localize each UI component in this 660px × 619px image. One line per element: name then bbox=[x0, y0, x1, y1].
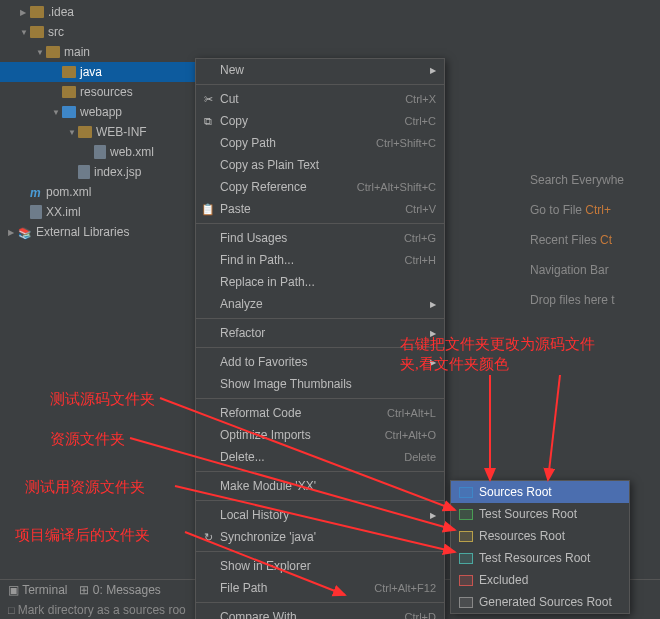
hint-gotofile: Go to File Ctrl+ bbox=[530, 195, 660, 225]
annotation-text: 测试源码文件夹 bbox=[50, 390, 155, 409]
menu-localhist[interactable]: Local History▶ bbox=[196, 504, 444, 526]
menu-copy[interactable]: ⧉CopyCtrl+C bbox=[196, 110, 444, 132]
shortcut: Delete bbox=[404, 451, 436, 463]
menu-label: Copy as Plain Text bbox=[220, 158, 436, 172]
submenu-label: Test Sources Root bbox=[479, 507, 577, 521]
chevron-right-icon: ▶ bbox=[430, 358, 436, 367]
tree-node-webapp[interactable]: ▼webapp bbox=[0, 102, 200, 122]
tree-label: index.jsp bbox=[94, 165, 141, 179]
hint-navbar: Navigation Bar bbox=[530, 255, 660, 285]
menu-label: Optimize Imports bbox=[220, 428, 385, 442]
paste-icon: 📋 bbox=[200, 203, 216, 216]
menu-label: Find Usages bbox=[220, 231, 404, 245]
menu-label: Show Image Thumbnails bbox=[220, 377, 436, 391]
tree-node-iml[interactable]: XX.iml bbox=[0, 202, 200, 222]
submenu-sources-root[interactable]: Sources Root bbox=[451, 481, 629, 503]
tree-node-extlib[interactable]: ▶External Libraries bbox=[0, 222, 200, 242]
shortcut: Ctrl+Alt+F12 bbox=[374, 582, 436, 594]
menu-showexp[interactable]: Show in Explorer bbox=[196, 555, 444, 577]
tree-node-webxml[interactable]: web.xml bbox=[0, 142, 200, 162]
menu-label: Replace in Path... bbox=[220, 275, 436, 289]
tree-node-pom[interactable]: mpom.xml bbox=[0, 182, 200, 202]
folder-icon bbox=[62, 106, 76, 118]
menu-label: Add to Favorites bbox=[220, 355, 436, 369]
tree-label: main bbox=[64, 45, 90, 59]
submenu-test-resources-root[interactable]: Test Resources Root bbox=[451, 547, 629, 569]
folder-icon bbox=[30, 6, 44, 18]
menu-replaceinpath[interactable]: Replace in Path... bbox=[196, 271, 444, 293]
menu-copyplain[interactable]: Copy as Plain Text bbox=[196, 154, 444, 176]
menu-copyref[interactable]: Copy ReferenceCtrl+Alt+Shift+C bbox=[196, 176, 444, 198]
menu-separator bbox=[196, 223, 444, 224]
chevron-right-icon: ▶ bbox=[430, 511, 436, 520]
file-icon bbox=[78, 165, 90, 179]
folder-icon bbox=[30, 26, 44, 38]
menu-compare[interactable]: Compare With...Ctrl+D bbox=[196, 606, 444, 619]
submenu-excluded[interactable]: Excluded bbox=[451, 569, 629, 591]
menu-copypath[interactable]: Copy PathCtrl+Shift+C bbox=[196, 132, 444, 154]
copy-icon: ⧉ bbox=[200, 115, 216, 128]
file-icon bbox=[94, 145, 106, 159]
tree-label: WEB-INF bbox=[96, 125, 147, 139]
project-tree: ▶.idea ▼src ▼main java resources ▼webapp… bbox=[0, 0, 200, 242]
menu-new[interactable]: New▶ bbox=[196, 59, 444, 81]
submenu-test-sources-root[interactable]: Test Sources Root bbox=[451, 503, 629, 525]
file-icon bbox=[30, 205, 42, 219]
tree-label: XX.iml bbox=[46, 205, 81, 219]
tree-node-indexjsp[interactable]: index.jsp bbox=[0, 162, 200, 182]
menu-optimize[interactable]: Optimize ImportsCtrl+Alt+O bbox=[196, 424, 444, 446]
resources-icon bbox=[459, 531, 473, 542]
tree-label: webapp bbox=[80, 105, 122, 119]
shortcut: Ctrl+X bbox=[405, 93, 436, 105]
menu-label: Delete... bbox=[220, 450, 404, 464]
menu-label: Synchronize 'java' bbox=[220, 530, 436, 544]
menu-label: Cut bbox=[220, 92, 405, 106]
shortcut: Ctrl+Alt+L bbox=[387, 407, 436, 419]
menu-label: Show in Explorer bbox=[220, 559, 436, 573]
menu-separator bbox=[196, 398, 444, 399]
tree-node-src[interactable]: ▼src bbox=[0, 22, 200, 42]
tab-terminal[interactable]: ▣ Terminal bbox=[8, 583, 67, 597]
menu-makemodule[interactable]: Make Module 'XX' bbox=[196, 475, 444, 497]
test-resources-icon bbox=[459, 553, 473, 564]
chevron-right-icon: ▶ bbox=[430, 300, 436, 309]
annotation-text: 测试用资源文件夹 bbox=[25, 478, 145, 497]
menu-label: New bbox=[220, 63, 436, 77]
tree-node-idea[interactable]: ▶.idea bbox=[0, 2, 200, 22]
tree-label: External Libraries bbox=[36, 225, 129, 239]
menu-sync[interactable]: ↻Synchronize 'java' bbox=[196, 526, 444, 548]
menu-separator bbox=[196, 551, 444, 552]
tree-label: resources bbox=[80, 85, 133, 99]
menu-findinpath[interactable]: Find in Path...Ctrl+H bbox=[196, 249, 444, 271]
menu-analyze[interactable]: Analyze▶ bbox=[196, 293, 444, 315]
tree-label: .idea bbox=[48, 5, 74, 19]
sources-icon bbox=[459, 487, 473, 498]
menu-label: Refactor bbox=[220, 326, 436, 340]
tree-node-main[interactable]: ▼main bbox=[0, 42, 200, 62]
menu-label: Copy Path bbox=[220, 136, 376, 150]
menu-label: File Path bbox=[220, 581, 374, 595]
tree-node-java[interactable]: java bbox=[0, 62, 200, 82]
folder-icon bbox=[62, 66, 76, 78]
menu-paste[interactable]: 📋PasteCtrl+V bbox=[196, 198, 444, 220]
menu-findusages[interactable]: Find UsagesCtrl+G bbox=[196, 227, 444, 249]
menu-showthumb[interactable]: Show Image Thumbnails bbox=[196, 373, 444, 395]
menu-delete[interactable]: Delete...Delete bbox=[196, 446, 444, 468]
test-sources-icon bbox=[459, 509, 473, 520]
submenu-resources-root[interactable]: Resources Root bbox=[451, 525, 629, 547]
menu-separator bbox=[196, 500, 444, 501]
menu-label: Analyze bbox=[220, 297, 436, 311]
menu-refactor[interactable]: Refactor▶ bbox=[196, 322, 444, 344]
folder-icon bbox=[46, 46, 60, 58]
tree-node-resources[interactable]: resources bbox=[0, 82, 200, 102]
tree-node-webinf[interactable]: ▼WEB-INF bbox=[0, 122, 200, 142]
menu-reformat[interactable]: Reformat CodeCtrl+Alt+L bbox=[196, 402, 444, 424]
annotation-text: 资源文件夹 bbox=[50, 430, 125, 449]
menu-cut[interactable]: ✂CutCtrl+X bbox=[196, 88, 444, 110]
submenu-generated-sources-root[interactable]: Generated Sources Root bbox=[451, 591, 629, 613]
tab-messages[interactable]: ⊞ 0: Messages bbox=[79, 583, 160, 597]
menu-addfav[interactable]: Add to Favorites▶ bbox=[196, 351, 444, 373]
shortcut: Ctrl+Alt+O bbox=[385, 429, 436, 441]
menu-filepath[interactable]: File PathCtrl+Alt+F12 bbox=[196, 577, 444, 599]
hint-recent: Recent Files Ct bbox=[530, 225, 660, 255]
